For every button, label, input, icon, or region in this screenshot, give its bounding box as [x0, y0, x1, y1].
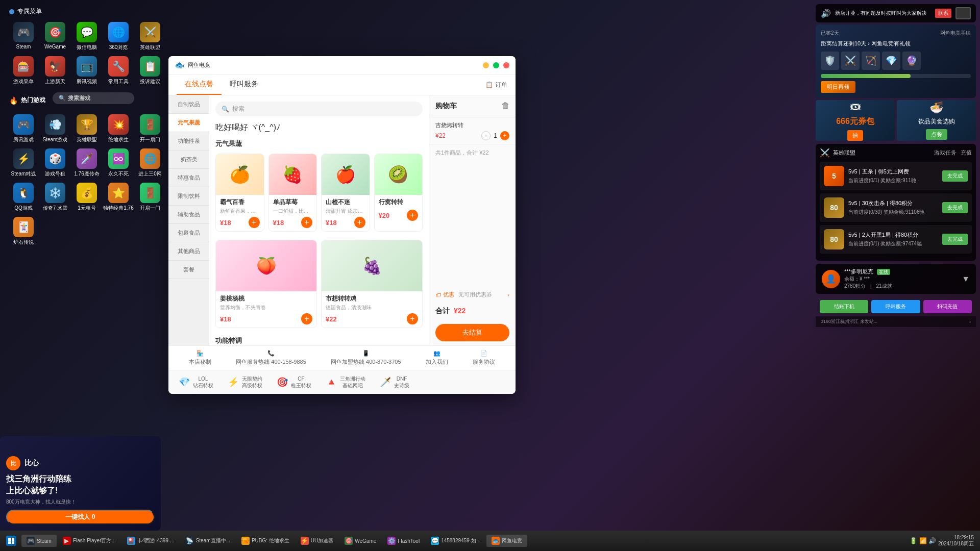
taskbar-pubg[interactable]: 🔫 PUBG: 绝地求生	[236, 535, 295, 547]
cart-coupon[interactable]: 🏷 优惠 无可用优惠券 ›	[429, 287, 516, 303]
minimize-button[interactable]	[483, 62, 489, 68]
menu-search-bar[interactable]: 🔍 搜索	[215, 102, 423, 116]
taskbar-card-icon: 🎴	[127, 537, 135, 545]
icon-net3[interactable]: 🌐 进上三0网	[136, 148, 164, 178]
checkout-machine-button[interactable]: 结账下机	[820, 300, 868, 313]
section1-label: 元气果蔬	[215, 139, 423, 148]
footer-item-agreement[interactable]: 📄 服务协议	[473, 350, 495, 366]
task-progress-0: 当前进度(0/1) 奖励金额:911驰	[848, 177, 938, 184]
taskbar-wangyu[interactable]: 🐟 网鱼电竞	[486, 535, 527, 547]
cat-auxiliary[interactable]: 辅助食品	[168, 206, 209, 224]
taskbar-start[interactable]	[2, 534, 20, 548]
icon-wegame[interactable]: 🎯 WeGame	[41, 22, 69, 51]
taskbar-card[interactable]: 🎴 卡4西游-4399-...	[122, 535, 180, 547]
icon-lol[interactable]: ⚔️ 英雄联盟	[136, 22, 164, 51]
cat-milktea[interactable]: 奶茶类	[168, 151, 209, 169]
tab-order[interactable]: 在线点餐	[177, 74, 222, 95]
notice-btn[interactable]: 联系	[935, 9, 951, 18]
taskbar-qq[interactable]: 💬 1458829459-如...	[426, 535, 485, 547]
icon-game-rent[interactable]: 🎲 游戏号租	[41, 148, 69, 178]
scan-recharge-button[interactable]: 扫码充值	[923, 300, 972, 313]
icon-steam2[interactable]: 💨 Steam游戏	[41, 114, 69, 143]
icon-tencent-video[interactable]: 📺 腾讯视频	[72, 56, 101, 85]
promo-cta-button[interactable]: 一键找人 0	[6, 510, 155, 524]
icon-door[interactable]: 🚪 开一扇门	[136, 114, 164, 143]
footer-item-hotline1[interactable]: 📞 网鱼服务热线 400-158-9885	[236, 350, 306, 366]
item-3-image: 🥝	[375, 154, 423, 195]
partner-delta[interactable]: 🔺 三角洲行动 基础网吧	[322, 373, 370, 391]
item-4-add-button[interactable]: +	[301, 313, 312, 324]
footer-item-store[interactable]: 🏪 本店秘制	[189, 350, 211, 366]
user-dropdown-icon[interactable]: ▼	[962, 274, 970, 284]
partner-dnf[interactable]: 🗡️ DNF 史诗级	[376, 373, 413, 391]
cat-snacks[interactable]: 特惠食品	[168, 169, 209, 187]
food-dialog: 🐟 网鱼电竞 在线点餐 呼叫服务 📋 订单 自制饮品 元气果蔬 功能性茶 奶茶类…	[168, 56, 516, 394]
taskbar-steam-icon: 🎮	[27, 537, 35, 545]
cat-beverages[interactable]: 限制饮料	[168, 187, 209, 206]
cat-fruits[interactable]: 元气果蔬	[168, 114, 209, 132]
icon-game1[interactable]: 🎰 游戏采单	[9, 56, 38, 85]
item-1-add-button[interactable]: +	[301, 217, 312, 228]
taskbar-steam-live[interactable]: 📡 Steam直播中...	[181, 535, 235, 547]
close-button[interactable]	[503, 62, 509, 68]
tab-service[interactable]: 呼叫服务	[222, 74, 266, 95]
footer-item-join[interactable]: 👥 加入我们	[426, 350, 448, 366]
right-top-notice: 🔊 新店开业，有问题及时按呼叫为大家解决 联系	[816, 4, 976, 22]
item-2-add-button[interactable]: +	[354, 217, 365, 228]
dialog-body: 自制饮品 元气果蔬 功能性茶 奶茶类 特惠食品 限制饮料 辅助食品 包裹食品 其…	[168, 95, 516, 345]
icon-door2[interactable]: 🚪 开扇一门	[136, 183, 164, 212]
icon-ice-legend[interactable]: ❄️ 传奇7·冰雪	[41, 183, 69, 212]
item-0-image: 🍊	[216, 154, 264, 195]
doc-icon: 📄	[480, 350, 487, 357]
icon-hearthstone[interactable]: 🃏 炉石传说	[9, 217, 38, 246]
task-btn-2[interactable]: 去完成	[942, 234, 968, 245]
qty-minus-button[interactable]: -	[481, 131, 491, 140]
icon-tencent-game[interactable]: 🎮 腾讯游戏	[9, 114, 38, 143]
cat-other[interactable]: 其他商品	[168, 242, 209, 261]
icon-steam[interactable]: 🎮 Steam	[9, 22, 38, 51]
draw-button[interactable]: 抽	[847, 130, 863, 141]
task-btn-0[interactable]: 去完成	[942, 170, 968, 182]
taskbar-uu[interactable]: ⚡ UU加速器	[296, 535, 338, 547]
partner-cf[interactable]: 🎯 CF 枪王特权	[273, 373, 315, 391]
icon-qq-game[interactable]: 🐧 QQ游戏	[9, 183, 38, 212]
call-service-button[interactable]: 呼叫服务	[871, 300, 920, 313]
icon-pubg[interactable]: 💥 绝地求生	[104, 114, 133, 143]
cat-tea[interactable]: 功能性茶	[168, 132, 209, 151]
cat-drinks[interactable]: 自制饮品	[168, 95, 209, 114]
icon-steam-battle[interactable]: ⚡ Steam对战	[9, 148, 38, 178]
taskbar-wegame[interactable]: 🎯 WeGame	[339, 535, 381, 547]
item-5-add-button[interactable]: +	[407, 313, 418, 324]
taskbar-steam[interactable]: 🎮 Steam	[21, 535, 57, 547]
icon-wechat[interactable]: 💬 微信电脑	[72, 22, 101, 51]
icon-classic[interactable]: ⭐ 独特经典1.76	[104, 183, 133, 212]
icon-feedback[interactable]: 📋 投诉建议	[136, 56, 164, 85]
maximize-button[interactable]	[493, 62, 499, 68]
notice-text: 新店开业，有问题及时按呼叫为大家解决	[835, 10, 931, 17]
game-search[interactable]: 🔍 搜索游戏	[53, 92, 134, 104]
cat-combo[interactable]: 套餐	[168, 261, 209, 279]
partner-lol[interactable]: 💎 LOL 钻石特权	[175, 373, 217, 391]
icon-rent-1yuan[interactable]: 💰 1元租号	[72, 183, 101, 212]
cart-clear-icon[interactable]: 🗑	[501, 102, 509, 111]
item-0-add-button[interactable]: +	[249, 217, 260, 228]
order-food-button[interactable]: 点餐	[926, 129, 947, 140]
task-btn-1[interactable]: 去完成	[942, 202, 968, 213]
partner-unlimited[interactable]: ⚡ 无限契约 高级特权	[224, 373, 266, 391]
cat-package[interactable]: 包裹食品	[168, 224, 209, 242]
qty-plus-button[interactable]: +	[500, 131, 509, 140]
icon-legend[interactable]: 🗡️ 1.76魔传奇	[72, 148, 101, 178]
promo-title-line2: 上比心就够了!	[6, 485, 155, 496]
icon-360[interactable]: 🌐 360浏览	[104, 22, 133, 51]
icon-youdao[interactable]: 🦅 上游新天	[41, 56, 69, 85]
checkout-button[interactable]: 去结算	[435, 324, 509, 341]
icon-eternal[interactable]: ♾️ 永久不死	[104, 148, 133, 178]
footer-item-hotline2[interactable]: 📱 网鱼加盟热线 400-870-3705	[331, 350, 401, 366]
taskbar-flashtool[interactable]: ⚙️ FlashTool	[382, 535, 425, 547]
icon-lol2[interactable]: 🏆 英雄联盟	[72, 114, 101, 143]
icon-tools[interactable]: 🔧 常用工具	[104, 56, 133, 85]
taskbar-flash[interactable]: ▶ Flash Player百方...	[58, 535, 121, 547]
orders-link[interactable]: 📋 订单	[485, 74, 507, 95]
daily-reward-button[interactable]: 明日再领	[821, 81, 855, 93]
item-3-add-button[interactable]: +	[407, 210, 418, 221]
